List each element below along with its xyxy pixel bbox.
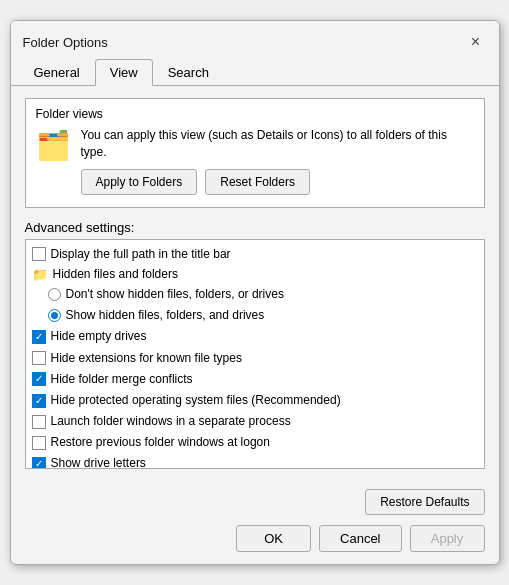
advanced-settings-label: Advanced settings: [25, 220, 485, 235]
radio-show-hidden[interactable] [48, 309, 61, 322]
list-item-category-hidden: 📁 Hidden files and folders [26, 265, 484, 284]
reset-folders-button[interactable]: Reset Folders [205, 169, 310, 195]
list-item-label: Show drive letters [51, 454, 146, 467]
list-item[interactable]: ✓ Hide empty drives [26, 326, 484, 347]
folder-views-label: Folder views [36, 107, 474, 121]
list-item-label: Hide protected operating system files (R… [51, 391, 341, 410]
apply-button[interactable]: Apply [410, 525, 485, 552]
close-button[interactable]: × [465, 31, 487, 53]
folder-icon: 🗂️ [36, 129, 71, 162]
bottom-section: Restore Defaults OK Cancel Apply [11, 481, 499, 564]
list-item-label: Don't show hidden files, folders, or dri… [66, 285, 284, 304]
list-item[interactable]: Display the full path in the title bar [26, 244, 484, 265]
tab-general[interactable]: General [19, 59, 95, 86]
checkbox-hide-extensions[interactable] [32, 351, 46, 365]
list-item[interactable]: Launch folder windows in a separate proc… [26, 411, 484, 432]
folder-views-inner: 🗂️ You can apply this view (such as Deta… [36, 127, 474, 195]
tab-view[interactable]: View [95, 59, 153, 86]
tab-search[interactable]: Search [153, 59, 224, 86]
checkbox-hide-empty-drives[interactable]: ✓ [32, 330, 46, 344]
folder-views-buttons: Apply to Folders Reset Folders [81, 169, 474, 195]
list-item[interactable]: Restore previous folder windows at logon [26, 432, 484, 453]
checkbox-display-full-path[interactable] [32, 247, 46, 261]
folder-views-right: You can apply this view (such as Details… [81, 127, 474, 195]
list-item-label: Launch folder windows in a separate proc… [51, 412, 291, 431]
list-item-label: Hide empty drives [51, 327, 147, 346]
list-item-label: Hidden files and folders [53, 267, 178, 281]
folder-options-dialog: Folder Options × General View Search Fol… [10, 20, 500, 565]
cancel-button[interactable]: Cancel [319, 525, 401, 552]
advanced-list[interactable]: Display the full path in the title bar 📁… [26, 240, 484, 468]
view-tab-content: Folder views 🗂️ You can apply this view … [11, 86, 499, 481]
list-item-label: Show hidden files, folders, and drives [66, 306, 265, 325]
tab-bar: General View Search [11, 59, 499, 86]
folder-views-description: You can apply this view (such as Details… [81, 127, 474, 161]
title-bar: Folder Options × [11, 21, 499, 59]
advanced-settings-box: Display the full path in the title bar 📁… [25, 239, 485, 469]
checkbox-show-drive-letters[interactable]: ✓ [32, 457, 46, 468]
list-item[interactable]: Hide extensions for known file types [26, 348, 484, 369]
folder-views-section: Folder views 🗂️ You can apply this view … [25, 98, 485, 208]
checkbox-restore-previous[interactable] [32, 436, 46, 450]
checkbox-hide-protected[interactable]: ✓ [32, 394, 46, 408]
list-item[interactable]: ✓ Show drive letters [26, 453, 484, 467]
list-item-label: Hide folder merge conflicts [51, 370, 193, 389]
list-item[interactable]: ✓ Hide protected operating system files … [26, 390, 484, 411]
folder-category-icon: 📁 [32, 267, 48, 282]
list-item-label: Restore previous folder windows at logon [51, 433, 270, 452]
list-item[interactable]: Show hidden files, folders, and drives [26, 305, 484, 326]
dialog-buttons: OK Cancel Apply [25, 525, 485, 552]
dialog-title: Folder Options [23, 35, 108, 50]
list-item[interactable]: Don't show hidden files, folders, or dri… [26, 284, 484, 305]
radio-dont-show[interactable] [48, 288, 61, 301]
restore-defaults-button[interactable]: Restore Defaults [365, 489, 484, 515]
list-item-hide-merge[interactable]: ➜ ✓ Hide folder merge conflicts [26, 369, 484, 390]
ok-button[interactable]: OK [236, 525, 311, 552]
list-item-label: Display the full path in the title bar [51, 245, 231, 264]
apply-to-folders-button[interactable]: Apply to Folders [81, 169, 198, 195]
checkbox-launch-separate[interactable] [32, 415, 46, 429]
restore-row: Restore Defaults [25, 489, 485, 515]
list-item-label: Hide extensions for known file types [51, 349, 242, 368]
checkbox-hide-merge[interactable]: ✓ [32, 372, 46, 386]
